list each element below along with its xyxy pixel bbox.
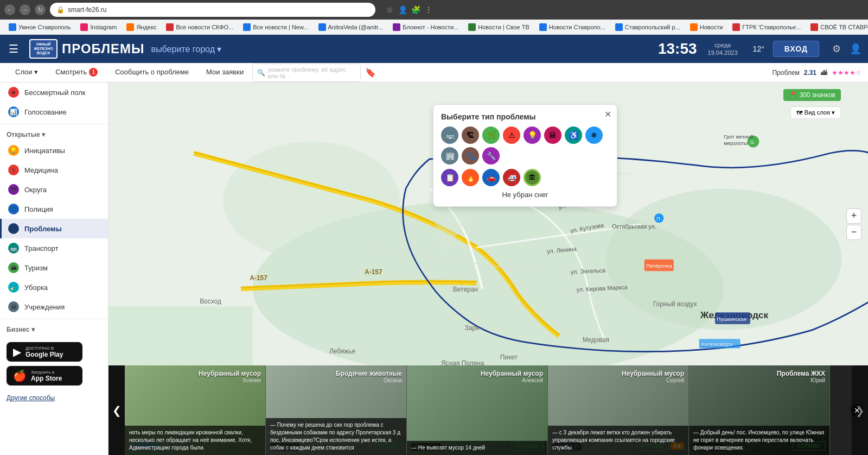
cleaning-icon: 🧹	[8, 282, 19, 293]
prob-icon-building2[interactable]: 🏢	[441, 147, 458, 165]
popup-close-button[interactable]: ✕	[604, 109, 611, 119]
prob-icon-repair[interactable]: 🔧	[482, 147, 500, 165]
rating-stars: ★★★★☆	[832, 69, 861, 77]
bookmark-svoe-stavr[interactable]: СВОЁ ТВ СТАВРОП...	[806, 21, 868, 33]
carousel-item[interactable]: Проблема ЖКХ Юрий 2023-02-21 ГОТОВО — До…	[689, 365, 830, 455]
bookmark-bloknot[interactable]: Блокнот - Новости...	[388, 21, 463, 33]
map-300-badge[interactable]: 📍 300 значков	[783, 89, 841, 101]
police-icon: 🛡	[8, 204, 19, 214]
sidebar-section-open[interactable]: Открытые ▾	[0, 127, 108, 141]
prob-icon-building[interactable]: 🏛	[544, 127, 561, 144]
prob-icon-fire[interactable]: 🔥	[462, 169, 479, 186]
other-ways-link[interactable]: Другие способы	[0, 392, 108, 406]
google-play-badge[interactable]: ▶ ДОСТУПНО В Google Play	[7, 342, 82, 362]
bookmark-gtrk[interactable]: ГТРК 'Ставрополье...	[728, 21, 805, 33]
carousel-item[interactable]: Неубранный мусор Ксения В ПЛАНЕ нять мер…	[125, 365, 266, 455]
carousel-item[interactable]: Неубранный мусор Алексей 2023-03-26 ГОТО…	[407, 365, 548, 455]
url-bar[interactable]: 🔒 smart-fe26.ru	[50, 3, 375, 17]
carousel-item[interactable]: Неубранный мусор Сергей 2023-03-27 ГОТОВ…	[548, 365, 689, 455]
prob-icon-ecology[interactable]: 🌿	[482, 127, 500, 144]
bookmark-news[interactable]: Все новости | New...	[239, 21, 312, 33]
nav-watch[interactable]: Смотреть 1	[47, 63, 106, 83]
map-layer-button[interactable]: 🗺 Вид слоя ▾	[790, 106, 841, 119]
bottom-carousel: ❮ Неубранный мусор Ксения В ПЛАНЕ	[108, 365, 868, 455]
bookmark-umnoe[interactable]: Умное Ставрополь	[4, 21, 75, 33]
sidebar-item-cleaning[interactable]: 🧹 Уборка	[0, 277, 108, 297]
bookmark-icon[interactable]: 🔖	[365, 67, 376, 78]
bookmark-icon	[126, 23, 134, 31]
nav-layers[interactable]: Слои ▾	[7, 63, 47, 83]
map-area[interactable]: А-157 А-157 P Роснефть G Грот вечной мер…	[108, 83, 868, 365]
prob-icon-docs[interactable]: 📋	[441, 169, 458, 186]
sidebar-item-tourism[interactable]: 🏔 Туризм	[0, 258, 108, 277]
sidebar-item-immortal[interactable]: ★ Бессмертный полк	[0, 83, 108, 102]
close-strip-button[interactable]: ✕	[851, 404, 864, 417]
carousel-item-desc: нять меры по ликвидации ированной свалки…	[125, 426, 265, 455]
nav-bar: Слои ▾ Смотреть 1 Сообщить о проблеме Мо…	[0, 63, 868, 83]
sidebar-section-business[interactable]: Бизнес ▾	[0, 321, 108, 336]
carousel-prev-button[interactable]: ❮	[108, 365, 125, 455]
login-button[interactable]: ВХОД	[773, 41, 819, 57]
nav-forward-button[interactable]: →	[20, 4, 30, 15]
prob-icon-accessibility[interactable]: ♿	[565, 127, 582, 144]
nav-search[interactable]: 🔍 укажите проблему, её адрес или №	[252, 64, 361, 82]
bookmark-svoe-tv[interactable]: Новости | Свое ТВ	[464, 21, 534, 33]
gear-icon[interactable]: ⚙	[832, 43, 841, 55]
zoom-in-button[interactable]: +	[846, 208, 861, 224]
carousel-item[interactable]: Бродячие животные Оксана 2023-03-26 ГОТО…	[266, 365, 407, 455]
sidebar-item-police[interactable]: 🛡 Полиция	[0, 199, 108, 219]
user-icon[interactable]: 👤	[850, 43, 861, 55]
sidebar-item-problems[interactable]: ⚠ Проблемы	[0, 219, 108, 238]
prob-icon-car[interactable]: 🚗	[482, 169, 500, 186]
carousel-item-title: Неубранный мусор	[129, 370, 261, 377]
prob-icon-danger[interactable]: ⚠	[503, 127, 520, 144]
nav-my-apps[interactable]: Мои заявки	[197, 63, 252, 83]
sidebar-item-voting[interactable]: 📊 Голосование	[0, 102, 108, 122]
nav-report[interactable]: Сообщить о проблеме	[106, 63, 197, 83]
svg-text:Восход: Восход	[200, 298, 221, 305]
zoom-out-button[interactable]: −	[846, 225, 861, 240]
app-store-badge[interactable]: 🍎 Загрузить в App Store	[7, 366, 82, 386]
sidebar-item-transport[interactable]: 🚌 Транспорт	[0, 238, 108, 258]
google-play-text: ДОСТУПНО В Google Play	[25, 346, 63, 358]
nav-back-button[interactable]: ←	[4, 4, 15, 15]
svg-text:Грот вечной: Грот вечной	[724, 134, 753, 140]
bookmark-icon	[166, 23, 174, 31]
more-button[interactable]: ⋮	[423, 4, 434, 15]
logo-box: УМНЫЙЖЕЛЕЗНОВОДСК	[29, 39, 58, 59]
app-store-text: Загрузить в App Store	[31, 370, 62, 382]
svg-text:Заря: Заря	[465, 324, 480, 332]
bookmark-skfo[interactable]: Все новости СКФО...	[162, 21, 238, 33]
hamburger-button[interactable]: ☰	[7, 40, 21, 58]
extensions-button[interactable]: 🧩	[410, 4, 421, 15]
sidebar-item-initiatives[interactable]: 💡 Инициативы	[0, 141, 108, 160]
prob-icon-house[interactable]: 🏚	[524, 169, 541, 186]
star-button[interactable]: ☆	[384, 4, 395, 15]
prob-icon-snow[interactable]: ❄	[585, 127, 603, 144]
popup-title: Выберите тип проблемы	[441, 112, 609, 121]
prob-icon-animals[interactable]: 🐾	[462, 147, 479, 165]
bookmark-yandex[interactable]: Яндекс	[122, 21, 161, 33]
prob-icon-light[interactable]: 💡	[524, 127, 541, 144]
bookmark-anitra[interactable]: AnitraVeda (@anitr...	[314, 21, 388, 33]
nav-reload-button[interactable]: ↻	[35, 4, 46, 15]
sidebar-label-cleaning: Уборка	[24, 283, 48, 292]
city-selector[interactable]: выберите город ▾	[151, 44, 222, 54]
svg-text:Пикет: Пикет	[500, 353, 518, 361]
sidebar-item-districts[interactable]: 🗺 Округа	[0, 180, 108, 199]
problems-icon: ⚠	[8, 223, 19, 234]
section-business-label: Бизнес ▾	[7, 326, 35, 333]
sidebar-item-institutions[interactable]: 🏛 Учреждения	[0, 297, 108, 317]
prob-icon-medical[interactable]: 🚑	[503, 169, 520, 186]
profile-button[interactable]: 👤	[397, 4, 408, 15]
carousel-item-desc: — с 3 декабря лежат ветки кто должен уби…	[548, 426, 688, 455]
prob-icon-transport[interactable]: 🚌	[441, 127, 458, 144]
bookmark-instagram[interactable]: Instagram	[76, 21, 121, 33]
prob-icon-construction[interactable]: 🏗	[462, 127, 479, 144]
bookmark-stavr-r[interactable]: Ставропольский р...	[611, 21, 685, 33]
logo-text: УМНЫЙЖЕЛЕЗНОВОДСК	[34, 42, 53, 55]
bookmark-novosti[interactable]: Новости	[686, 21, 727, 33]
logo-area: УМНЫЙЖЕЛЕЗНОВОДСК ПРОБЛЕМЫ выберите горо…	[29, 39, 221, 59]
sidebar-item-medicine[interactable]: ⚕ Медицина	[0, 160, 108, 180]
bookmark-stavropol[interactable]: Новости Ставропо...	[535, 21, 610, 33]
